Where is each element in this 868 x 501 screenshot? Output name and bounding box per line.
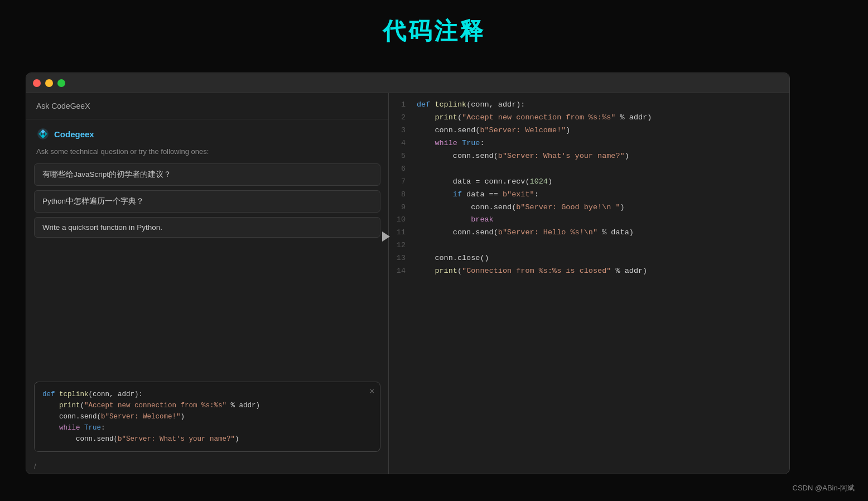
line-content-11: conn.send(b"Server: Hello %s!\n" % data) bbox=[417, 227, 634, 239]
editor-line-13: 13 conn.close() bbox=[389, 252, 789, 265]
line-num-4: 4 bbox=[389, 137, 417, 150]
chat-header-title: Ask CodeGeeX bbox=[36, 102, 90, 110]
editor-line-2: 2 print("Accept new connection from %s:%… bbox=[389, 112, 789, 124]
line-content-9: conn.send(b"Server: Good bye!\n ") bbox=[417, 201, 625, 214]
line-content-5: conn.send(b"Server: What's your name?") bbox=[417, 150, 629, 163]
editor-line-10: 10 break bbox=[389, 214, 789, 227]
line-content-14: print("Connection from %s:%s is closed" … bbox=[417, 265, 647, 278]
maximize-window-btn[interactable] bbox=[57, 79, 65, 87]
code-input-line-1: def tcplink(conn, addr): bbox=[42, 389, 372, 400]
line-content-1: def tcplink(conn, addr): bbox=[417, 99, 525, 112]
editor-line-14: 14 print("Connection from %s:%s is close… bbox=[389, 265, 789, 278]
codegeex-name: Codegeex bbox=[54, 129, 94, 139]
title-bar bbox=[26, 73, 789, 93]
page-title: 代码注释 bbox=[0, 0, 868, 47]
line-num-3: 3 bbox=[389, 124, 417, 137]
minimize-window-btn[interactable] bbox=[45, 79, 53, 87]
line-num-2: 2 bbox=[389, 112, 417, 124]
line-num-10: 10 bbox=[389, 214, 417, 227]
line-content-2: print("Accept new connection from %s:%s"… bbox=[417, 112, 652, 124]
code-input-line-5: conn.send(b"Server: What's your name?") bbox=[42, 433, 372, 445]
close-code-input-btn[interactable]: × bbox=[370, 387, 374, 396]
suggestion-item-1[interactable]: 有哪些给JavaScript的初学者的建议？ bbox=[34, 163, 380, 186]
editor-line-9: 9 conn.send(b"Server: Good bye!\n ") bbox=[389, 201, 789, 214]
line-num-6: 6 bbox=[389, 163, 417, 176]
editor-line-12: 12 bbox=[389, 239, 789, 252]
editor-line-7: 7 data = conn.recv(1024) bbox=[389, 176, 789, 189]
chat-subtitle: Ask some technical question or try the f… bbox=[26, 145, 388, 163]
line-content-13: conn.close() bbox=[417, 252, 489, 265]
code-input-line-4: while True: bbox=[42, 422, 372, 433]
line-content-7: data = conn.recv(1024) bbox=[417, 176, 552, 189]
code-editor: 1 def tcplink(conn, addr): 2 print("Acce… bbox=[389, 93, 789, 283]
editor-line-11: 11 conn.send(b"Server: Hello %s!\n" % da… bbox=[389, 227, 789, 239]
codegeex-brand: Codegeex bbox=[26, 119, 388, 145]
code-input-area[interactable]: × def tcplink(conn, addr): print("Accept… bbox=[34, 382, 380, 452]
editor-line-4: 4 while True: bbox=[389, 137, 789, 150]
line-num-13: 13 bbox=[389, 252, 417, 265]
right-panel: 1 def tcplink(conn, addr): 2 print("Acce… bbox=[389, 93, 789, 474]
line-content-8: if data == b"exit": bbox=[417, 189, 539, 201]
codegeex-icon bbox=[36, 127, 50, 141]
line-num-5: 5 bbox=[389, 150, 417, 163]
code-input-content: def tcplink(conn, addr): print("Accept n… bbox=[42, 389, 372, 445]
code-input-line-2: print("Accept new connection from %s:%s"… bbox=[42, 400, 372, 411]
editor-line-6: 6 bbox=[389, 163, 789, 176]
line-num-8: 8 bbox=[389, 189, 417, 201]
line-content-10: break bbox=[417, 214, 494, 227]
line-content-3: conn.send(b"Server: Welcome!") bbox=[417, 124, 570, 137]
line-num-1: 1 bbox=[389, 99, 417, 112]
line-num-11: 11 bbox=[389, 227, 417, 239]
line-num-12: 12 bbox=[389, 239, 417, 252]
suggestion-item-2[interactable]: Python中怎样遍历一个字典？ bbox=[34, 190, 380, 213]
suggestion-list: 有哪些给JavaScript的初学者的建议？ Python中怎样遍历一个字典？ … bbox=[26, 163, 388, 382]
close-window-btn[interactable] bbox=[33, 79, 41, 87]
code-input-line-3: conn.send(b"Server: Welcome!") bbox=[42, 411, 372, 422]
editor-line-3: 3 conn.send(b"Server: Welcome!") bbox=[389, 124, 789, 137]
line-content-4: while True: bbox=[417, 137, 485, 150]
cursor-pointer bbox=[382, 232, 390, 242]
app-window: Ask CodeGeeX Codegeex Ask some technical… bbox=[26, 73, 790, 474]
line-num-14: 14 bbox=[389, 265, 417, 278]
suggestion-item-3[interactable]: Write a quicksort function in Python. bbox=[34, 217, 380, 238]
watermark: CSDN @ABin-阿斌 bbox=[793, 483, 855, 493]
chat-header: Ask CodeGeeX bbox=[26, 93, 388, 119]
bottom-slash: / bbox=[26, 460, 388, 474]
window-body: Ask CodeGeeX Codegeex Ask some technical… bbox=[26, 93, 789, 474]
left-panel: Ask CodeGeeX Codegeex Ask some technical… bbox=[26, 93, 389, 474]
line-num-9: 9 bbox=[389, 201, 417, 214]
editor-line-1: 1 def tcplink(conn, addr): bbox=[389, 99, 789, 112]
line-num-7: 7 bbox=[389, 176, 417, 189]
editor-line-8: 8 if data == b"exit": bbox=[389, 189, 789, 201]
editor-line-5: 5 conn.send(b"Server: What's your name?"… bbox=[389, 150, 789, 163]
